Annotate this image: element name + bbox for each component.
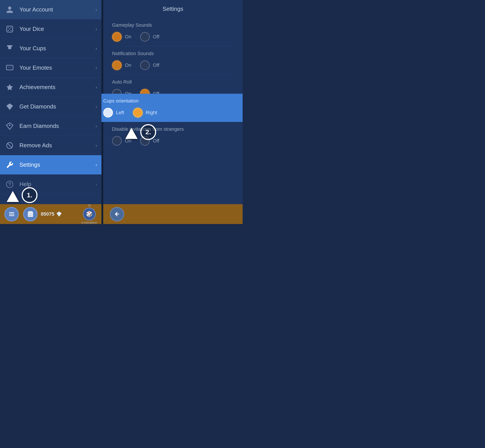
dice-label: Your Dice bbox=[19, 25, 96, 32]
account-label: Your Account bbox=[19, 6, 96, 13]
notification-on-radio[interactable] bbox=[112, 60, 122, 70]
sidebar-item-cups[interactable]: Your Cups › bbox=[0, 39, 101, 58]
disable-inv-on-label: On bbox=[125, 138, 131, 144]
help-label: Help bbox=[19, 181, 96, 188]
notification-sounds-options: On Off bbox=[112, 60, 234, 70]
disable-inv-off-radio[interactable] bbox=[140, 136, 150, 146]
earn-diamonds-chevron: › bbox=[96, 123, 97, 128]
svg-point-9 bbox=[11, 67, 11, 67]
sidebar-item-account[interactable]: Your Account › bbox=[0, 0, 101, 19]
sidebar-item-achievements[interactable]: Achievements › bbox=[0, 78, 101, 97]
disable-inv-off-option[interactable]: Off bbox=[140, 136, 159, 146]
cups-orientation-label: Cups orientation bbox=[103, 98, 242, 104]
cups-right-radio[interactable] bbox=[133, 108, 143, 118]
get-diamonds-label: Get Diamonds bbox=[19, 103, 96, 110]
dice-chevron: › bbox=[96, 26, 97, 32]
sidebar-item-earn-diamonds[interactable]: Earn Diamonds › bbox=[0, 116, 101, 136]
settings-chevron: › bbox=[96, 162, 97, 167]
cups-label: Your Cups bbox=[19, 45, 96, 52]
diamond-icon bbox=[4, 101, 15, 112]
disable-invitations-options: On Off bbox=[112, 136, 234, 146]
settings-title: Settings bbox=[103, 0, 242, 16]
svg-point-1 bbox=[8, 27, 9, 28]
sidebar-item-emotes[interactable]: Your Emotes › bbox=[0, 58, 101, 78]
back-button[interactable] bbox=[110, 207, 124, 221]
disable-inv-on-radio[interactable] bbox=[112, 136, 122, 146]
help-chevron: › bbox=[96, 182, 97, 187]
emotes-label: Your Emotes bbox=[19, 64, 96, 71]
notification-off-option[interactable]: Off bbox=[140, 60, 159, 70]
get-diamonds-chevron: › bbox=[96, 104, 97, 109]
svg-point-7 bbox=[8, 67, 9, 67]
sidebar-item-settings[interactable]: Settings › bbox=[0, 155, 101, 175]
account-icon bbox=[4, 4, 15, 15]
cups-right-label: Right bbox=[146, 110, 157, 116]
svg-point-4 bbox=[11, 30, 12, 31]
auto-roll-section: Auto Roll On Off bbox=[112, 75, 234, 94]
cups-right-option[interactable]: Right bbox=[133, 108, 157, 118]
auto-roll-on-radio[interactable] bbox=[112, 89, 122, 94]
cups-orientation-options: Left Right bbox=[103, 108, 242, 118]
disable-invitations-label: Disable invitations from strangers bbox=[112, 126, 234, 132]
auto-roll-options: On Off bbox=[112, 89, 234, 94]
gameplay-on-option[interactable]: On bbox=[112, 32, 131, 42]
bottom-bar-right bbox=[103, 204, 242, 224]
svg-point-3 bbox=[8, 30, 9, 31]
svg-point-5 bbox=[9, 28, 10, 30]
notification-on-option[interactable]: On bbox=[112, 60, 131, 70]
sidebar-item-get-diamonds[interactable]: Get Diamonds › bbox=[0, 97, 101, 116]
settings-label: Settings bbox=[19, 161, 96, 168]
level-badge: 75 bbox=[88, 204, 91, 207]
auto-roll-on-option[interactable]: On bbox=[112, 89, 131, 94]
notification-off-radio[interactable] bbox=[140, 60, 150, 70]
left-panel: Your Account › Your Dice › Your Cups › Y… bbox=[0, 0, 101, 224]
settings-content: Gameplay Sounds On Off Notification Soun… bbox=[103, 16, 242, 94]
remove-ads-chevron: › bbox=[96, 143, 97, 148]
gameplay-sounds-label: Gameplay Sounds bbox=[112, 22, 234, 28]
cups-orientation-section: Cups orientation Left Right bbox=[94, 94, 242, 122]
svg-point-8 bbox=[9, 67, 10, 67]
svg-line-11 bbox=[7, 143, 12, 148]
remove-ads-label: Remove Ads bbox=[19, 142, 96, 149]
disable-inv-on-option[interactable]: On bbox=[112, 136, 131, 146]
avatar: 🎲 bbox=[83, 208, 96, 220]
gameplay-off-option[interactable]: Off bbox=[140, 32, 159, 42]
gameplay-off-radio[interactable] bbox=[140, 32, 150, 42]
bottom-bar-left: 85075 75 🎲 b-interaktive bbox=[0, 204, 101, 224]
user-profile[interactable]: 75 🎲 b-interaktive bbox=[81, 204, 97, 224]
auto-roll-off-radio[interactable] bbox=[140, 89, 150, 94]
gameplay-off-label: Off bbox=[153, 34, 159, 40]
menu-list: Your Account › Your Dice › Your Cups › Y… bbox=[0, 0, 101, 204]
cups-chevron: › bbox=[96, 46, 97, 51]
auto-roll-off-label: Off bbox=[153, 91, 159, 94]
auto-roll-off-option[interactable]: Off bbox=[140, 89, 159, 94]
achievements-label: Achievements bbox=[19, 84, 96, 91]
cups-icon bbox=[4, 43, 15, 54]
cups-left-option[interactable]: Left bbox=[103, 108, 124, 118]
menu-button[interactable] bbox=[4, 207, 19, 221]
notification-sounds-label: Notification Sounds bbox=[112, 51, 234, 56]
wrench-icon bbox=[4, 160, 15, 170]
gameplay-on-label: On bbox=[125, 34, 131, 40]
disable-invitations-section: Disable invitations from strangers On Of… bbox=[103, 122, 242, 204]
svg-point-2 bbox=[11, 27, 12, 28]
gameplay-sounds-options: On Off bbox=[112, 32, 234, 42]
star-icon bbox=[4, 82, 15, 93]
earn-diamond-icon bbox=[4, 121, 15, 131]
notification-on-label: On bbox=[125, 62, 131, 68]
earn-diamonds-label: Earn Diamonds bbox=[19, 123, 96, 129]
diamonds-display: 85075 bbox=[41, 211, 78, 217]
emotes-icon bbox=[4, 63, 15, 73]
shop-button[interactable] bbox=[23, 207, 38, 221]
sidebar-item-remove-ads[interactable]: Remove Ads › bbox=[0, 136, 101, 155]
right-panel: Settings Gameplay Sounds On Off Notifica… bbox=[103, 0, 242, 224]
cups-left-radio[interactable] bbox=[103, 108, 113, 118]
notification-off-label: Off bbox=[153, 62, 159, 68]
notification-sounds-section: Notification Sounds On Off bbox=[112, 46, 234, 75]
gameplay-on-radio[interactable] bbox=[112, 32, 122, 42]
diamonds-value: 85075 bbox=[41, 211, 54, 217]
sidebar-item-help[interactable]: Help › bbox=[0, 175, 101, 194]
dice-icon bbox=[4, 24, 15, 34]
sidebar-item-dice[interactable]: Your Dice › bbox=[0, 19, 101, 39]
gameplay-sounds-section: Gameplay Sounds On Off bbox=[112, 18, 234, 46]
